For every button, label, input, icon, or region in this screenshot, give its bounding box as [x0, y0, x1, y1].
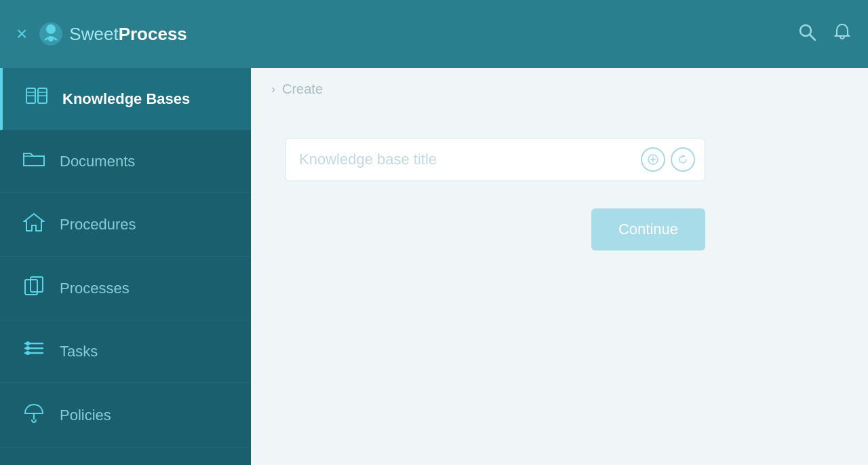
sidebar-item-tasks[interactable]: Tasks: [0, 320, 251, 383]
svg-point-1: [46, 24, 56, 34]
create-form: Continue: [251, 111, 739, 229]
sidebar-item-label-policies: Policies: [60, 407, 111, 424]
sidebar-item-label-processes: Processes: [60, 280, 130, 297]
sidebar-item-processes[interactable]: Processes: [0, 257, 251, 320]
svg-point-16: [26, 341, 30, 346]
svg-line-4: [810, 35, 815, 40]
main-layout: Knowledge Bases Documents Procedures: [0, 68, 868, 465]
sidebar-item-label-knowledge-bases: Knowledge Bases: [62, 90, 190, 108]
content-area: › Create: [251, 68, 868, 465]
header-left: × SweetProcess: [16, 21, 187, 47]
breadcrumb-arrow: ›: [271, 82, 275, 96]
sidebar-item-knowledge-bases[interactable]: Knowledge Bases: [0, 68, 251, 130]
title-input-wrapper: [285, 138, 705, 181]
home-icon: [22, 212, 46, 237]
svg-point-18: [26, 351, 30, 355]
sidebar-item-label-procedures: Procedures: [60, 216, 136, 234]
logo-text: SweetProcess: [69, 24, 186, 45]
header-right: [797, 22, 852, 46]
header: × SweetProcess: [0, 0, 868, 68]
sidebar-item-policies[interactable]: Policies: [0, 383, 251, 448]
refresh-icon[interactable]: [671, 147, 695, 172]
breadcrumb-text: Create: [282, 81, 323, 97]
search-icon[interactable]: [797, 22, 816, 46]
sidebar-item-documents[interactable]: Documents: [0, 130, 251, 193]
copy-icon: [22, 276, 46, 301]
umbrella-icon: [22, 402, 46, 428]
book-icon: [24, 87, 49, 111]
sidebar: Knowledge Bases Documents Procedures: [0, 68, 251, 465]
svg-point-2: [48, 36, 54, 41]
sidebar-item-procedures[interactable]: Procedures: [0, 193, 251, 257]
folder-icon: [22, 149, 46, 173]
bell-icon[interactable]: [833, 22, 852, 46]
input-icons: [631, 147, 705, 172]
logo-icon: [38, 21, 64, 47]
sidebar-item-label-tasks: Tasks: [60, 343, 98, 360]
sidebar-item-label-documents: Documents: [60, 153, 135, 170]
breadcrumb: › Create: [251, 68, 868, 111]
logo: SweetProcess: [38, 21, 186, 47]
svg-point-17: [26, 346, 30, 350]
list-icon: [22, 339, 46, 363]
image-upload-icon[interactable]: [641, 147, 665, 172]
close-button[interactable]: ×: [16, 23, 27, 45]
knowledge-base-title-input[interactable]: [285, 138, 631, 181]
continue-button[interactable]: Continue: [591, 208, 705, 250]
